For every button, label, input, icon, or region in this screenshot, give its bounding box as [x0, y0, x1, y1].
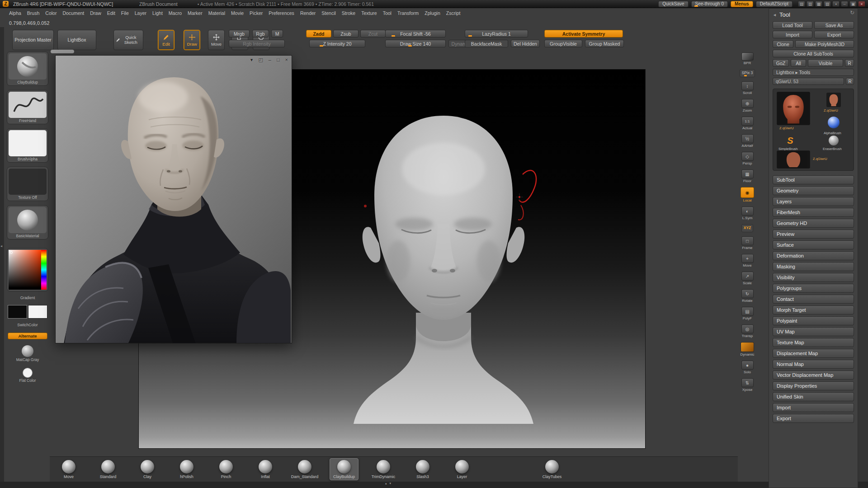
- tool-section-header[interactable]: Geometry HD: [773, 219, 854, 228]
- alternate-button[interactable]: Alternate: [8, 333, 47, 339]
- tool-section-header[interactable]: Import: [773, 403, 854, 412]
- move-mode-button[interactable]: Move: [208, 30, 225, 50]
- brush-tray-item[interactable]: Pinch: [212, 458, 241, 480]
- right-shelf-move[interactable]: + Move: [741, 254, 754, 267]
- export-button[interactable]: Export: [814, 31, 854, 38]
- lazy-radius-slider[interactable]: LazyRadius 1: [465, 30, 528, 38]
- edit-mode-button[interactable]: Edit: [158, 30, 175, 50]
- menu-item[interactable]: Document: [62, 10, 84, 16]
- brush-tray-item[interactable]: ClayBuildup: [330, 458, 359, 480]
- menu-item[interactable]: Render: [300, 10, 316, 16]
- right-shelf-spix[interactable]: SPix 3: [740, 69, 755, 77]
- tool-section-header[interactable]: Vector Displacement Map: [773, 371, 854, 380]
- load-tool-button[interactable]: Load Tool: [773, 21, 812, 29]
- right-shelf-lsym[interactable]: ◐ L.Sym: [741, 206, 754, 220]
- panel-collapse-icon[interactable]: ◄: [773, 13, 777, 17]
- layout-config-icon[interactable]: ▧: [824, 1, 831, 7]
- tool-section-header[interactable]: Deformation: [773, 251, 854, 260]
- right-shelf-aahalf[interactable]: ½ AAHalf: [741, 134, 754, 148]
- brush-tray-item[interactable]: Move: [54, 458, 83, 480]
- import-button[interactable]: Import: [773, 31, 812, 38]
- right-shelf-dynamic[interactable]: Dynamic: [740, 342, 754, 357]
- right-shelf-xpose[interactable]: ⇅ Xpose: [741, 378, 754, 392]
- dropdown-icon[interactable]: ▾: [250, 57, 253, 63]
- color-picker[interactable]: [7, 248, 48, 291]
- menu-item[interactable]: Brush: [27, 10, 39, 16]
- layout-config-icon[interactable]: ▤: [798, 1, 805, 7]
- del-hidden-button[interactable]: Del Hidden: [511, 40, 540, 47]
- saturation-value-area[interactable]: [9, 250, 41, 290]
- layout-config-icon[interactable]: ▦: [815, 1, 822, 7]
- right-shelf-scale[interactable]: ↗ Scale: [741, 272, 754, 285]
- tray-scroll-arrows-icon[interactable]: ▴ ▾: [385, 482, 392, 485]
- matcap-gray-slot[interactable]: MatCap Gray: [16, 345, 39, 362]
- hue-strip[interactable]: [41, 250, 47, 290]
- goz-visible-button[interactable]: Visible: [808, 59, 843, 67]
- m-button[interactable]: M: [271, 30, 283, 38]
- menu-item[interactable]: Edit: [107, 10, 115, 16]
- draw-mode-button[interactable]: Draw: [184, 30, 200, 50]
- right-shelf-local[interactable]: ◉ Local: [741, 187, 754, 202]
- tool-r-button[interactable]: R: [846, 78, 854, 85]
- clone-button[interactable]: Clone: [773, 40, 793, 48]
- brush-tray-item[interactable]: TrimDynamic: [369, 458, 398, 480]
- z-intensity-slider[interactable]: Z Intensity 20: [309, 40, 365, 47]
- mrgb-button[interactable]: Mrgb: [229, 30, 250, 38]
- active-tool-slider[interactable]: qGiwrU. 53: [773, 78, 844, 85]
- current-stroke-slot[interactable]: FreeHand: [7, 90, 48, 124]
- tool-section-header[interactable]: Contact: [773, 295, 854, 304]
- gradient-label[interactable]: Gradient: [20, 296, 35, 300]
- lightbox-button[interactable]: LightBox: [57, 30, 96, 50]
- minimize-icon[interactable]: –: [269, 57, 271, 63]
- flat-color-slot[interactable]: Flat Color: [19, 368, 36, 383]
- menus-toggle[interactable]: Menus: [731, 1, 753, 7]
- right-shelf-scroll[interactable]: ↕ Scroll: [741, 81, 754, 95]
- tool-section-header[interactable]: Morph Target: [773, 305, 854, 314]
- right-shelf-actual[interactable]: 1:1 Actual: [741, 117, 754, 130]
- tool-thumb-alphabrush[interactable]: [826, 115, 841, 130]
- tool-section-header[interactable]: Texture Map: [773, 338, 854, 347]
- left-shelf-collapse-strip[interactable]: ◂: [0, 27, 4, 482]
- current-texture-slot[interactable]: Texture Off: [7, 167, 48, 201]
- menu-item[interactable]: Material: [208, 10, 225, 16]
- reference-image-window[interactable]: ▾ ◰ – □ ×: [55, 55, 292, 343]
- tool-section-header[interactable]: Visibility: [773, 273, 854, 282]
- goz-button[interactable]: GoZ: [773, 59, 789, 67]
- tool-section-header[interactable]: UV Map: [773, 327, 854, 336]
- right-shelf-zoom[interactable]: ⊕ Zoom: [741, 99, 754, 113]
- brush-tray-item[interactable]: ClayTubes: [538, 458, 566, 480]
- see-through-slider[interactable]: See-through 0: [691, 1, 728, 7]
- tool-thumb-simplebrush[interactable]: S: [783, 133, 797, 148]
- current-brush-slot[interactable]: ClayBuildup: [7, 52, 48, 86]
- rgb-button[interactable]: Rgb: [252, 30, 269, 38]
- tool-section-header[interactable]: Preview: [773, 230, 854, 239]
- tool-section-header[interactable]: Polypaint: [773, 316, 854, 325]
- save-as-button[interactable]: Save As: [814, 21, 854, 29]
- menu-item[interactable]: Zscript: [446, 10, 461, 16]
- zcut-button[interactable]: Zcut: [360, 30, 386, 38]
- menu-item[interactable]: Preferences: [269, 10, 294, 16]
- menu-item[interactable]: Macro: [169, 10, 182, 16]
- tool-section-header[interactable]: FiberMesh: [773, 208, 854, 217]
- brush-tray-item[interactable]: hPolish: [172, 458, 201, 480]
- menu-item[interactable]: Transform: [397, 10, 419, 16]
- brush-tray-item[interactable]: Standard: [94, 458, 123, 480]
- menu-item[interactable]: Texture: [361, 10, 377, 16]
- tool-section-header[interactable]: Polygroups: [773, 284, 854, 293]
- group-visible-button[interactable]: GroupVisible: [544, 40, 582, 47]
- main-color-swatch[interactable]: [8, 305, 27, 319]
- close-icon[interactable]: ×: [858, 1, 865, 7]
- tool-section-header[interactable]: Surface: [773, 240, 854, 249]
- restore-icon[interactable]: ▣: [849, 1, 857, 7]
- active-tool-thumb[interactable]: [777, 92, 810, 125]
- right-shelf-solo[interactable]: ● Solo: [741, 361, 754, 374]
- goz-all-button[interactable]: All: [791, 59, 806, 67]
- menu-item[interactable]: Stencil: [321, 10, 336, 16]
- tool-section-header[interactable]: Unified Skin: [773, 392, 854, 401]
- backface-mask-button[interactable]: BackfaceMask: [465, 40, 508, 47]
- menu-item[interactable]: Movie: [231, 10, 244, 16]
- goz-r-button[interactable]: R: [845, 59, 854, 67]
- menu-item[interactable]: Light: [152, 10, 163, 16]
- canvas-scrollbar-nub[interactable]: [51, 50, 74, 53]
- make-polymesh3d-button[interactable]: Make PolyMesh3D: [795, 40, 854, 48]
